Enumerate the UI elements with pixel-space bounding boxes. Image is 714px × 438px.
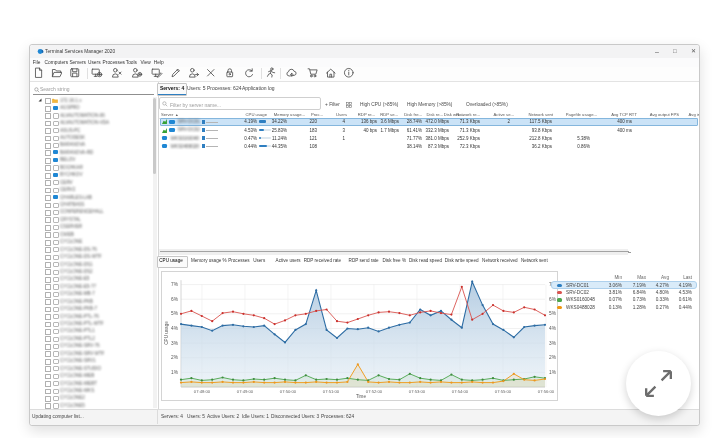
svg-text:4%: 4% (171, 326, 179, 331)
svg-text:6%: 6% (549, 297, 556, 302)
svg-text:4%: 4% (549, 326, 556, 331)
svg-text:5%: 5% (171, 311, 179, 316)
svg-text:07:51:00: 07:51:00 (323, 389, 340, 394)
svg-text:07:55:00: 07:55:00 (495, 389, 512, 394)
svg-text:07:52:00: 07:52:00 (366, 389, 383, 394)
svg-text:07:53:00: 07:53:00 (409, 389, 426, 394)
svg-text:Time: Time (356, 394, 366, 399)
svg-text:6%: 6% (171, 297, 179, 302)
svg-text:07:56:00: 07:56:00 (538, 389, 555, 394)
svg-text:2%: 2% (171, 355, 179, 360)
svg-text:7%: 7% (171, 282, 179, 287)
svg-text:1%: 1% (171, 370, 179, 375)
svg-text:07:50:00: 07:50:00 (280, 389, 297, 394)
svg-text:3%: 3% (549, 341, 556, 346)
svg-text:2%: 2% (549, 355, 556, 360)
svg-text:1%: 1% (549, 370, 556, 375)
svg-text:07:49:00: 07:49:00 (237, 389, 254, 394)
svg-text:07:48:00: 07:48:00 (194, 389, 211, 394)
svg-text:5%: 5% (549, 311, 556, 316)
svg-text:CPU usage: CPU usage (164, 321, 169, 345)
svg-text:3%: 3% (171, 341, 179, 346)
svg-text:07:54:00: 07:54:00 (452, 389, 469, 394)
